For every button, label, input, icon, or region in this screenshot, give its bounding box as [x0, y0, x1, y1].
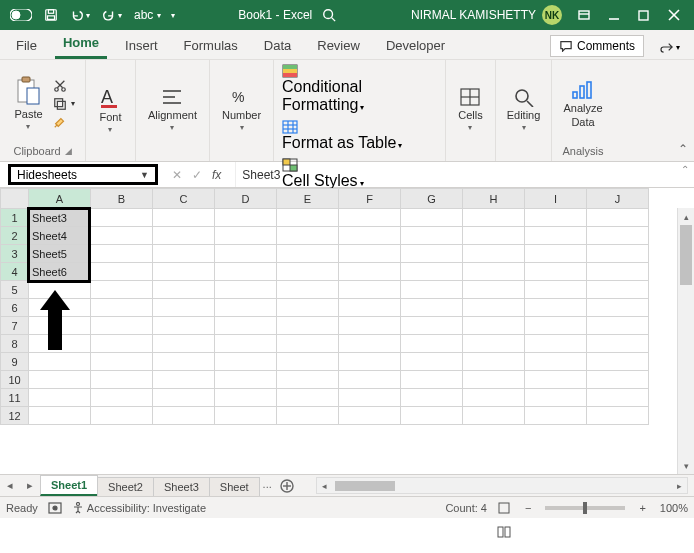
cell-E8[interactable]	[277, 335, 339, 353]
cell-A11[interactable]	[29, 389, 91, 407]
row-header-11[interactable]: 11	[1, 389, 29, 407]
cell-B10[interactable]	[91, 371, 153, 389]
cell-C5[interactable]	[153, 281, 215, 299]
col-header-H[interactable]: H	[463, 189, 525, 209]
cell-C9[interactable]	[153, 353, 215, 371]
sheet-tabs-more[interactable]: ...	[259, 475, 276, 496]
cell-G8[interactable]	[401, 335, 463, 353]
cell-H2[interactable]	[463, 227, 525, 245]
cell-G12[interactable]	[401, 407, 463, 425]
cell-H10[interactable]	[463, 371, 525, 389]
cell-F12[interactable]	[339, 407, 401, 425]
formula-content[interactable]: Sheet3	[235, 162, 676, 187]
row-header-12[interactable]: 12	[1, 407, 29, 425]
cell-F6[interactable]	[339, 299, 401, 317]
cell-H3[interactable]	[463, 245, 525, 263]
enter-formula-icon[interactable]: ✓	[192, 168, 202, 182]
cell-B1[interactable]	[91, 209, 153, 227]
row-header-8[interactable]: 8	[1, 335, 29, 353]
clipboard-launcher[interactable]: ◢	[65, 146, 72, 156]
alignment-button[interactable]: Alignment ▾	[144, 85, 201, 134]
tab-formulas[interactable]: Formulas	[176, 32, 246, 59]
editing-button[interactable]: Editing ▾	[503, 85, 545, 134]
cell-I5[interactable]	[525, 281, 587, 299]
maximize-button[interactable]	[630, 4, 658, 26]
font-button[interactable]: A Font ▾	[95, 83, 125, 136]
col-header-J[interactable]: J	[587, 189, 649, 209]
cell-I8[interactable]	[525, 335, 587, 353]
cancel-formula-icon[interactable]: ✕	[172, 168, 182, 182]
cell-F11[interactable]	[339, 389, 401, 407]
row-header-4[interactable]: 4	[1, 263, 29, 281]
cell-E6[interactable]	[277, 299, 339, 317]
cell-F5[interactable]	[339, 281, 401, 299]
cell-G10[interactable]	[401, 371, 463, 389]
cell-E7[interactable]	[277, 317, 339, 335]
cell-D2[interactable]	[215, 227, 277, 245]
row-header-1[interactable]: 1	[1, 209, 29, 227]
col-header-E[interactable]: E	[277, 189, 339, 209]
zoom-out-button[interactable]: −	[521, 502, 535, 514]
cell-I11[interactable]	[525, 389, 587, 407]
cell-A6[interactable]	[29, 299, 91, 317]
tab-data[interactable]: Data	[256, 32, 299, 59]
cell-J3[interactable]	[587, 245, 649, 263]
cell-B7[interactable]	[91, 317, 153, 335]
cell-C4[interactable]	[153, 263, 215, 281]
cell-E9[interactable]	[277, 353, 339, 371]
cell-I1[interactable]	[525, 209, 587, 227]
copy-button[interactable]: ▾	[53, 97, 75, 111]
name-box-dropdown[interactable]: ▼	[140, 170, 149, 180]
col-header-C[interactable]: C	[153, 189, 215, 209]
row-header-5[interactable]: 5	[1, 281, 29, 299]
col-header-D[interactable]: D	[215, 189, 277, 209]
row-header-6[interactable]: 6	[1, 299, 29, 317]
paste-button[interactable]: Paste ▾	[10, 74, 46, 133]
tab-developer[interactable]: Developer	[378, 32, 453, 59]
vertical-scrollbar[interactable]: ▴ ▾	[677, 208, 694, 474]
cell-I3[interactable]	[525, 245, 587, 263]
cell-J2[interactable]	[587, 227, 649, 245]
close-button[interactable]	[660, 4, 688, 26]
cell-E2[interactable]	[277, 227, 339, 245]
format-painter-button[interactable]	[53, 115, 75, 129]
number-button[interactable]: % Number ▾	[218, 85, 265, 134]
cell-C7[interactable]	[153, 317, 215, 335]
cell-A5[interactable]	[29, 281, 91, 299]
comments-button[interactable]: Comments	[550, 35, 644, 57]
cell-D6[interactable]	[215, 299, 277, 317]
cell-G3[interactable]	[401, 245, 463, 263]
cell-D11[interactable]	[215, 389, 277, 407]
cell-D3[interactable]	[215, 245, 277, 263]
cell-F8[interactable]	[339, 335, 401, 353]
cell-A12[interactable]	[29, 407, 91, 425]
cell-I9[interactable]	[525, 353, 587, 371]
tab-review[interactable]: Review	[309, 32, 368, 59]
scroll-thumb-vertical[interactable]	[680, 225, 692, 285]
cell-D7[interactable]	[215, 317, 277, 335]
cell-J11[interactable]	[587, 389, 649, 407]
cell-B9[interactable]	[91, 353, 153, 371]
cell-E3[interactable]	[277, 245, 339, 263]
cell-I10[interactable]	[525, 371, 587, 389]
cell-E1[interactable]	[277, 209, 339, 227]
cell-A2[interactable]: Sheet4	[29, 227, 91, 245]
cell-H4[interactable]	[463, 263, 525, 281]
conditional-formatting-button[interactable]: Conditional Formatting▾	[282, 64, 437, 114]
cell-H1[interactable]	[463, 209, 525, 227]
cell-B4[interactable]	[91, 263, 153, 281]
col-header-G[interactable]: G	[401, 189, 463, 209]
cell-C8[interactable]	[153, 335, 215, 353]
format-as-table-button[interactable]: Format as Table▾	[282, 120, 402, 152]
cell-F10[interactable]	[339, 371, 401, 389]
cells-button[interactable]: Cells ▾	[454, 85, 486, 134]
cell-B2[interactable]	[91, 227, 153, 245]
cell-I6[interactable]	[525, 299, 587, 317]
cell-C6[interactable]	[153, 299, 215, 317]
cell-J4[interactable]	[587, 263, 649, 281]
cell-H12[interactable]	[463, 407, 525, 425]
zoom-level[interactable]: 100%	[660, 502, 688, 514]
cell-A1[interactable]: Sheet3	[29, 209, 91, 227]
save-button[interactable]	[40, 6, 62, 24]
cell-H5[interactable]	[463, 281, 525, 299]
